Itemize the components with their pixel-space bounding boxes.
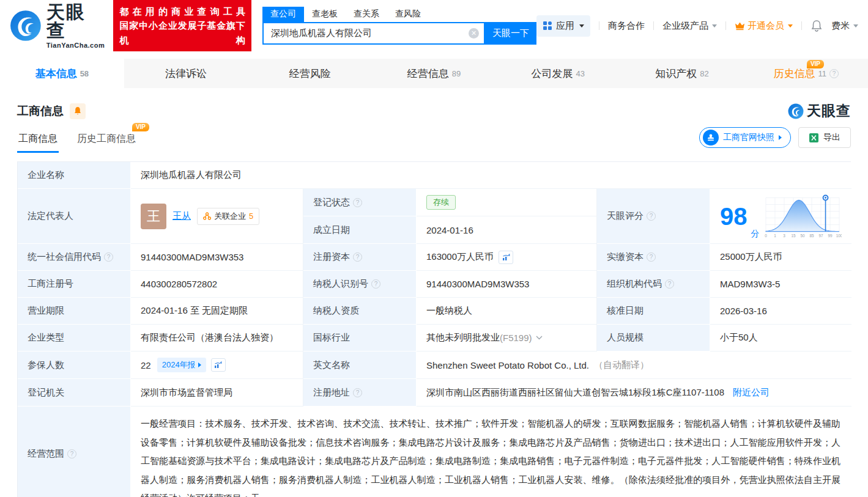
field-label: 登记状态 ? (303, 189, 417, 216)
monitor-bell-button[interactable] (70, 103, 86, 119)
search-tab-risk[interactable]: 查风险 (387, 7, 429, 22)
apps-label: 应用 (556, 20, 574, 32)
enterprise-menu[interactable]: 企业级产品 (662, 20, 717, 32)
export-button[interactable]: 导出 (798, 127, 851, 148)
help-icon[interactable]: ? (647, 252, 656, 262)
registration-status: 存续 (417, 189, 597, 216)
english-name: Shenzhen Sweet Potato Robot Co., Ltd. （自… (417, 352, 851, 379)
svg-text:15: 15 (791, 234, 796, 238)
clear-icon[interactable]: ✕ (469, 28, 479, 39)
apps-grid-icon (543, 21, 552, 31)
search-tab-company[interactable]: 查公司 (262, 7, 304, 22)
related-companies-badge[interactable]: 关联企业 5 (197, 208, 259, 225)
legal-rep-link[interactable]: 王从 (172, 210, 191, 222)
top-header: 天眼查 TianYanCha.com 都在用的商业查询工具 国家中小企业发展子基… (0, 0, 868, 51)
bell-icon (73, 106, 82, 116)
user-menu[interactable]: 费米 (831, 20, 858, 32)
field-label: 组织机构代码 ? (597, 271, 710, 298)
company-name: 深圳地瓜机器人有限公司 (131, 162, 851, 189)
search-button[interactable]: 天眼一下 (485, 22, 536, 45)
business-term: 2024-01-16 至 无固定期限 (131, 298, 303, 325)
help-icon[interactable]: ? (647, 212, 656, 221)
username: 费米 (831, 20, 850, 32)
chevron-down-icon[interactable] (536, 336, 543, 340)
legal-representative: 王 王从 关联企业 5 (131, 189, 303, 244)
field-label: 核准日期 (597, 298, 710, 325)
field-label: 天眼评分 ? (597, 189, 710, 244)
field-label: 国标行业 (303, 325, 417, 352)
uscc-value: 91440300MAD9M3W353 (131, 244, 303, 271)
establish-date: 2024-01-16 (417, 216, 597, 244)
brand-domain: TianYanCha.com (46, 42, 105, 49)
svg-text:100: 100 (836, 234, 841, 238)
search-tab-boss[interactable]: 查老板 (304, 7, 346, 22)
tab-basic-info[interactable]: 基本信息 58 (0, 59, 124, 88)
nearby-companies-link[interactable]: 附近公司 (733, 387, 770, 399)
tab-intellectual-property[interactable]: 知识产权 82 (620, 59, 744, 88)
help-icon[interactable]: ? (353, 388, 362, 397)
divider (653, 21, 654, 30)
svg-text:50: 50 (800, 234, 805, 238)
chevron-down-icon (853, 24, 858, 28)
help-icon[interactable]: ? (353, 252, 362, 262)
field-label: 统一社会信用代码 ? (18, 244, 131, 271)
company-type: 有限责任公司（港澳台法人独资） (131, 325, 303, 352)
insured-trend-button[interactable] (211, 358, 226, 372)
registered-capital: 163000万人民币 (417, 244, 597, 271)
capital-trend-button[interactable] (499, 251, 513, 264)
field-label: 人员规模 (597, 325, 710, 352)
tab-operating-info[interactable]: 经营信息 89 (372, 59, 496, 88)
subtab-history-business-info[interactable]: VIP 历史工商信息 (76, 124, 137, 153)
score-value: 98 (720, 204, 747, 229)
notification-bell-icon[interactable] (811, 20, 823, 32)
svg-text:85: 85 (809, 234, 814, 238)
field-label: 法定代表人 (18, 189, 131, 244)
staff-size: 小于50人 (710, 325, 851, 352)
approval-date: 2026-03-16 (710, 298, 851, 325)
field-label: 纳税人资质 (303, 298, 417, 325)
annual-report-badge[interactable]: 2024年报 (157, 358, 206, 372)
field-label: 纳税人识别号 ? (303, 271, 417, 298)
divider (801, 21, 802, 30)
help-icon[interactable]: ? (104, 252, 113, 262)
help-icon[interactable]: ? (665, 279, 674, 289)
chevron-down-icon (712, 24, 717, 28)
field-label: 注册地址 ? (303, 379, 417, 407)
help-icon[interactable]: ? (67, 449, 76, 458)
svg-text:1: 1 (774, 234, 776, 238)
search-tab-relation[interactable]: 查关系 (346, 7, 387, 22)
official-snapshot-button[interactable]: 工商官网快照 (699, 127, 791, 148)
subtab-business-info[interactable]: 工商信息 (17, 124, 59, 153)
business-scope: 一般经营项目：技术服务、技术开发、技术咨询、技术交流、技术转让、技术推广；软件开… (131, 407, 851, 497)
avatar[interactable]: 王 (141, 204, 166, 229)
search-input[interactable] (262, 22, 485, 45)
field-label: 注册资本 ? (303, 244, 417, 271)
registry-authority: 深圳市市场监督管理局 (131, 379, 303, 407)
section-title: 工商信息 (17, 103, 64, 119)
tab-company-development[interactable]: 公司发展 43 (496, 59, 620, 88)
cooperation-link[interactable]: 商务合作 (608, 20, 645, 32)
arrow-right-icon (198, 363, 201, 367)
vip-upgrade-menu[interactable]: 开通会员 (735, 20, 793, 32)
section-header: 工商信息 天眼查 (0, 88, 868, 120)
svg-text:99: 99 (828, 234, 833, 238)
score-distribution-chart: 0131550859799100 (763, 193, 842, 240)
tab-history-info[interactable]: VIP 历史信息 11 ? (744, 59, 868, 88)
stamp-icon (703, 130, 719, 145)
apps-menu[interactable]: 应用 (536, 15, 590, 37)
industry[interactable]: 其他未列明批发业 (F5199) (417, 325, 597, 352)
registration-number: 440300280572802 (131, 271, 303, 298)
tab-legal-proceedings[interactable]: 法律诉讼 (124, 59, 248, 88)
trend-chart-icon (214, 361, 222, 369)
svg-text:0: 0 (765, 234, 767, 238)
slogan-banner: 都在用的商业查询工具 国家中小企业发展子基金旗下机构 (113, 0, 251, 51)
chevron-down-icon (788, 24, 793, 28)
tianyancha-logo[interactable]: 天眼查 TianYanCha.com (10, 3, 105, 49)
header-nav: 应用 商务合作 企业级产品 开通会员 费米 (536, 15, 858, 37)
field-label: 经营范围 ? (18, 407, 131, 497)
tab-operating-risk[interactable]: 经营风险 (248, 59, 372, 88)
help-icon[interactable]: ? (829, 69, 839, 78)
help-icon[interactable]: ? (371, 279, 380, 289)
network-icon (203, 212, 211, 220)
help-icon[interactable]: ? (353, 198, 362, 207)
